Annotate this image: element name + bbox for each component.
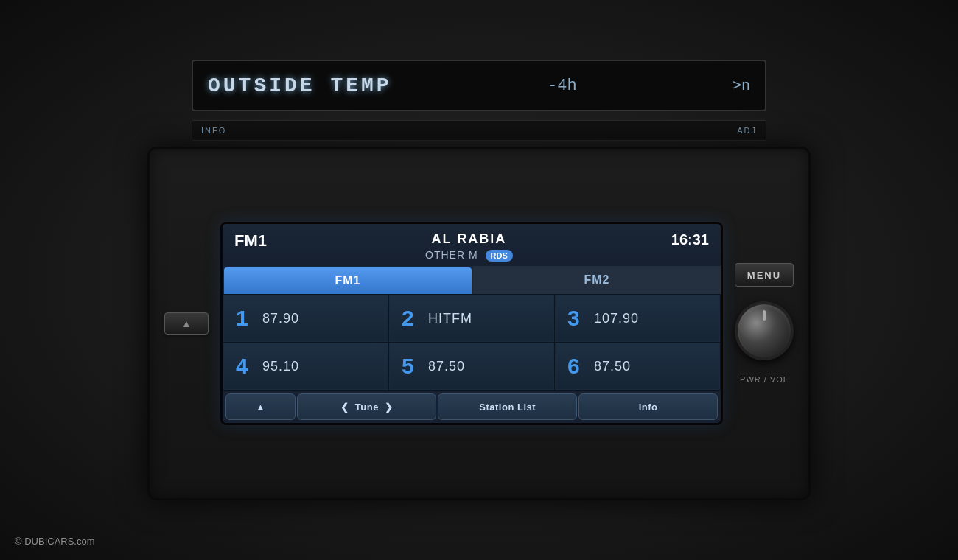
- station-list-button[interactable]: Station List: [438, 393, 577, 420]
- rds-badge: RDS: [486, 250, 513, 262]
- tune-label: Tune: [355, 402, 379, 413]
- pwr-vol-knob[interactable]: [735, 301, 794, 360]
- tab-bar: FM1 FM2: [223, 266, 721, 294]
- tune-right-icon: ❯: [385, 402, 394, 413]
- preset-6-number: 6: [567, 354, 585, 379]
- preset-3[interactable]: 3 107.90: [555, 295, 720, 342]
- pwr-vol-label: PWR / VOL: [740, 375, 789, 384]
- time-display: 16:31: [671, 231, 709, 248]
- tab-fm2[interactable]: FM2: [473, 266, 721, 294]
- menu-button[interactable]: MENU: [735, 263, 794, 287]
- preset-2-number: 2: [402, 306, 419, 331]
- screen-header: FM1 AL RABIA OTHER M RDS 16:31: [223, 224, 721, 266]
- eject-button[interactable]: ▲: [164, 312, 209, 335]
- info-bar-info[interactable]: INFO: [201, 126, 226, 135]
- info-button[interactable]: Info: [578, 393, 718, 420]
- tune-control[interactable]: ❮ Tune ❯: [297, 393, 436, 420]
- preset-4[interactable]: 4 95.10: [223, 343, 388, 390]
- station-type: OTHER M: [425, 249, 478, 261]
- preset-3-number: 3: [567, 306, 585, 331]
- screen-container: FM1 AL RABIA OTHER M RDS 16:31 FM1: [220, 222, 723, 425]
- preset-6-freq: 87.50: [594, 359, 631, 374]
- radio-screen: FM1 AL RABIA OTHER M RDS 16:31 FM1: [220, 222, 723, 425]
- preset-5-freq: 87.50: [428, 359, 465, 374]
- station-name: AL RABIA: [282, 231, 657, 247]
- preset-5[interactable]: 5 87.50: [389, 343, 554, 390]
- up-arrow-button[interactable]: ▲: [225, 393, 296, 420]
- fm-band-label: FM1: [234, 231, 267, 251]
- watermark: © DUBICARS.com: [15, 536, 95, 547]
- top-display: OUTSIDE TEMP -4h >n: [192, 60, 766, 111]
- info-bar-adj[interactable]: ADJ: [737, 126, 757, 135]
- outside-temp-text: OUTSIDE TEMP: [208, 74, 392, 97]
- head-unit: ▲ FM1 AL RABIA OTHER M RDS 16:31: [147, 147, 811, 500]
- bottom-controls: ▲ ❮ Tune ❯ Station List Info: [223, 391, 721, 423]
- preset-6[interactable]: 6 87.50: [555, 343, 720, 390]
- preset-5-number: 5: [402, 354, 419, 379]
- preset-1-freq: 87.90: [262, 311, 299, 326]
- preset-2[interactable]: 2 HITFM: [389, 295, 554, 342]
- left-controls: ▲: [164, 312, 209, 335]
- temp-sub-left: -4h: [548, 77, 577, 95]
- right-controls: MENU PWR / VOL: [735, 263, 794, 384]
- preset-3-freq: 107.90: [594, 311, 639, 326]
- tune-left-icon: ❮: [340, 402, 349, 413]
- car-unit: OUTSIDE TEMP -4h >n INFO ADJ ▲ FM1 AL RA…: [0, 0, 958, 560]
- preset-2-freq: HITFM: [428, 311, 472, 326]
- presets-grid: 1 87.90 2 HITFM 3 107.90 4 95.10: [223, 294, 721, 391]
- preset-1-number: 1: [236, 306, 254, 331]
- temp-sub-right: >n: [733, 77, 750, 94]
- preset-4-number: 4: [236, 354, 254, 379]
- preset-4-freq: 95.10: [262, 359, 299, 374]
- preset-1[interactable]: 1 87.90: [223, 295, 388, 342]
- info-adj-bar: INFO ADJ: [192, 120, 766, 141]
- station-info: AL RABIA OTHER M RDS: [267, 231, 671, 262]
- tab-fm1[interactable]: FM1: [224, 267, 472, 294]
